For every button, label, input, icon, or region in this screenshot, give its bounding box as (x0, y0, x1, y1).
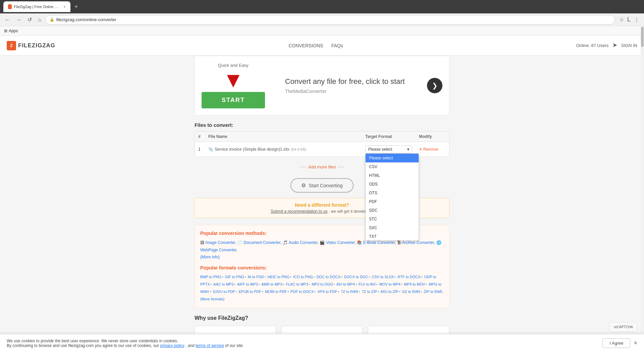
conversions-link[interactable]: CONVERSIONS (288, 43, 323, 48)
popular-formats-title: Popular formats conversions: (200, 265, 444, 270)
format-link-7z-rar[interactable]: 7Z to RAR (341, 290, 358, 294)
format-select[interactable]: Please select ▾ (365, 145, 412, 153)
format-link-pdf-docx[interactable]: PDF to DOCX (290, 290, 314, 294)
faqs-link[interactable]: FAQs (331, 43, 343, 48)
format-link-mp4-mov[interactable]: MP4 to MOV (404, 282, 425, 286)
dropdown-option-sxc[interactable]: SXC (366, 223, 419, 232)
format-link-aac-mp3[interactable]: AAC to MP3 (213, 282, 234, 286)
recaptcha-label: reCAPTCHA (614, 325, 633, 329)
apps-button[interactable]: ⊞ Apps (4, 29, 18, 33)
hero-title: Convert any file for free, click to star… (285, 77, 427, 86)
recommendation-link[interactable]: Submit a recommendation to us (271, 209, 327, 214)
format-link-mp3-ogg[interactable]: MP3 to OGG (312, 282, 333, 286)
tab-favicon (8, 4, 12, 9)
forward-button[interactable]: → (14, 15, 23, 24)
format-link-ai-psd[interactable]: AI to PSD (248, 275, 264, 279)
convert-icon: ⚙ (301, 182, 306, 189)
popular-formats-links: BMP to PNG• GIF to PNG• AI to PSD• HEIC … (200, 273, 444, 303)
method-web-icon: 🌐 (436, 240, 441, 245)
format-link-ico-png[interactable]: ICO to PNG (293, 275, 313, 279)
agree-button[interactable]: I Agree (602, 338, 630, 348)
dropdown-option-pdf[interactable]: PDF (366, 197, 419, 206)
file-size: (64.4 KB) (291, 147, 306, 151)
format-link-csv-xlsx[interactable]: CSV to XLSX (372, 275, 394, 279)
format-link-docx-doc[interactable]: DOCX to DOC (344, 275, 368, 279)
document-converter-link[interactable]: Document Converter (244, 240, 280, 245)
add-more-files-link[interactable]: Add more files (308, 164, 336, 169)
address-bar-row: ← → ↺ ⌂ 🔒 filezigzag.com/online-converte… (0, 13, 644, 26)
page: Z FILEZIGZAG CONVERSIONS FAQs Online: 87… (0, 36, 644, 352)
dropdown-option-stc[interactable]: STC (366, 215, 419, 223)
format-link-heic-png[interactable]: HEIC to PNG (268, 275, 289, 279)
tab-close-button[interactable]: × (64, 5, 66, 9)
format-link-epub-pdf[interactable]: EPUB to PDF (239, 290, 261, 294)
cookie-text-line1: We use cookies to provide the best user … (7, 339, 178, 343)
table-header: # File Name Target Format Modify (195, 132, 449, 142)
format-link-doc-docx[interactable]: DOC to DOCX (317, 275, 341, 279)
col-num: # (198, 134, 208, 139)
dropdown-option-sdc[interactable]: SDC (366, 206, 419, 215)
more-info-link[interactable]: (More info) (200, 255, 220, 259)
format-link-7z-zip[interactable]: 7Z to ZIP (362, 290, 377, 294)
hero-next-button[interactable]: ❯ (427, 78, 442, 93)
format-link-zip-rar[interactable]: ZIP to RAR (424, 290, 442, 294)
signin-button[interactable]: SIGN IN (621, 43, 637, 48)
format-link-gz-rar[interactable]: GZ to RAR (402, 290, 420, 294)
start-converting-button[interactable]: ⚙ Start Converting (290, 178, 353, 193)
format-link-rtf-docx[interactable]: RTF to DOCX (397, 275, 420, 279)
home-button[interactable]: ⌂ (36, 15, 43, 24)
dropdown-option-please-select[interactable]: Please select (366, 154, 419, 162)
format-link-djvu-pdf[interactable]: DJVU to PDF (213, 290, 235, 294)
dropdown-option-html[interactable]: HTML (366, 171, 419, 180)
format-link-amr-mp3[interactable]: AMR to MP3 (261, 282, 282, 286)
logo[interactable]: Z FILEZIGZAG (7, 41, 55, 50)
chevron-right-icon: ❯ (432, 82, 438, 90)
scrollbar[interactable] (641, 26, 644, 352)
scroll-thumb[interactable] (641, 27, 644, 47)
dropdown-option-csv[interactable]: CSV (366, 162, 419, 171)
privacy-policy-link[interactable]: privacy policy (160, 343, 184, 348)
popular-methods-list: 🖼 Image Converter, 📄 Document Converter,… (200, 239, 444, 261)
address-bar[interactable]: 🔒 filezigzag.com/online-converter (45, 15, 615, 24)
format-link-arj-zip[interactable]: ARJ to ZIP (380, 290, 398, 294)
dropdown-option-ods[interactable]: ODS (366, 180, 419, 189)
image-converter-link[interactable]: Image Converter (205, 240, 235, 245)
format-link-bmp-png[interactable]: BMP to PNG (200, 275, 221, 279)
dropdown-option-ots[interactable]: OTS (366, 189, 419, 197)
format-link-flac-mp3[interactable]: FLAC to MP3 (286, 282, 308, 286)
back-button[interactable]: ← (3, 15, 12, 24)
format-dropdown-menu[interactable]: Please select CSV HTML ODS OTS PDF SDC S… (365, 153, 419, 241)
video-converter-link[interactable]: Video Converter (326, 240, 355, 245)
refresh-button[interactable]: ↺ (25, 15, 34, 24)
format-link-gif-png[interactable]: GIF to PNG (225, 275, 244, 279)
apps-label: Apps (9, 29, 18, 33)
remove-button[interactable]: ✕ Remove (419, 147, 446, 152)
format-link-avi-mp4[interactable]: AVI to MP4 (336, 282, 355, 286)
cookie-close-button[interactable]: × (634, 340, 637, 347)
format-link-mobi-pdf[interactable]: MOBI to PDF (265, 290, 287, 294)
new-tab-button[interactable]: + (74, 3, 78, 10)
bookmark-button[interactable]: ☆ (617, 15, 626, 24)
more-button[interactable]: ⋮ (632, 15, 641, 24)
cookie-text-line2: By continueing to browse and use filezig… (7, 343, 160, 348)
logo-text: FILEZIGZAG (18, 42, 55, 49)
method-audio-icon: 🎵 (283, 240, 289, 245)
webpage-converter-link[interactable]: WebPage Converter (200, 248, 236, 252)
format-link-flv-avi[interactable]: FLV to AVI (359, 282, 376, 286)
ebook-converter-link[interactable]: E-Book Converter (363, 240, 395, 245)
browser-chrome: FileZigZag | Free Online File Con... × + (0, 0, 644, 13)
terms-of-service-link[interactable]: terms of service (196, 343, 224, 348)
audio-converter-link[interactable]: Audio Converter (288, 240, 317, 245)
filename-text: Service invoice (Simple Blue design)1.xl… (215, 147, 289, 152)
target-format-cell[interactable]: Please select ▾ Please select CSV HTML O… (365, 145, 419, 153)
more-formats-link[interactable]: (More formats) (200, 297, 224, 301)
row-num: 1 (198, 147, 208, 152)
format-link-mov-mp4[interactable]: MOV to MP4 (379, 282, 400, 286)
format-link-aiff-mp3[interactable]: AIFF to MP3 (237, 282, 258, 286)
format-link-xps-pdf[interactable]: XPS to PDF (317, 290, 337, 294)
dropdown-option-txt[interactable]: TXT (366, 232, 419, 241)
start-button[interactable]: START (202, 92, 265, 108)
browser-tab[interactable]: FileZigZag | Free Online File Con... × (3, 1, 70, 12)
archive-converter-link[interactable]: Archive Converter (402, 240, 434, 245)
remove-label: Remove (423, 147, 438, 152)
